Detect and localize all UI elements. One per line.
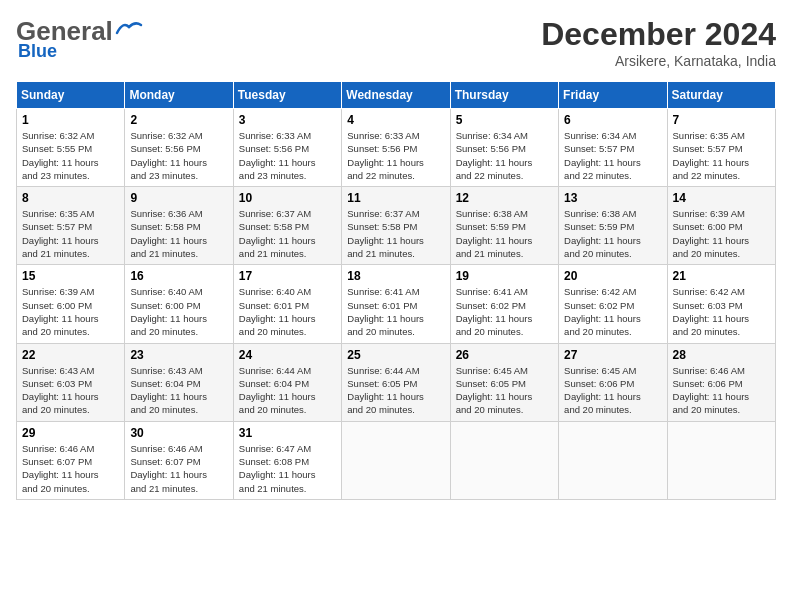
calendar-cell: 22Sunrise: 6:43 AM Sunset: 6:03 PM Dayli… (17, 343, 125, 421)
location: Arsikere, Karnataka, India (541, 53, 776, 69)
day-number: 24 (239, 348, 336, 362)
day-number: 22 (22, 348, 119, 362)
calendar-cell: 30Sunrise: 6:46 AM Sunset: 6:07 PM Dayli… (125, 421, 233, 499)
weekday-header-row: SundayMondayTuesdayWednesdayThursdayFrid… (17, 82, 776, 109)
day-info: Sunrise: 6:32 AM Sunset: 5:55 PM Dayligh… (22, 129, 119, 182)
calendar-cell: 9Sunrise: 6:36 AM Sunset: 5:58 PM Daylig… (125, 187, 233, 265)
day-info: Sunrise: 6:43 AM Sunset: 6:03 PM Dayligh… (22, 364, 119, 417)
day-number: 17 (239, 269, 336, 283)
day-number: 11 (347, 191, 444, 205)
weekday-sunday: Sunday (17, 82, 125, 109)
calendar-cell: 6Sunrise: 6:34 AM Sunset: 5:57 PM Daylig… (559, 109, 667, 187)
calendar-cell: 8Sunrise: 6:35 AM Sunset: 5:57 PM Daylig… (17, 187, 125, 265)
day-number: 30 (130, 426, 227, 440)
weekday-friday: Friday (559, 82, 667, 109)
day-info: Sunrise: 6:46 AM Sunset: 6:07 PM Dayligh… (130, 442, 227, 495)
day-number: 12 (456, 191, 553, 205)
weekday-wednesday: Wednesday (342, 82, 450, 109)
calendar-cell: 26Sunrise: 6:45 AM Sunset: 6:05 PM Dayli… (450, 343, 558, 421)
day-info: Sunrise: 6:44 AM Sunset: 6:04 PM Dayligh… (239, 364, 336, 417)
day-number: 26 (456, 348, 553, 362)
day-number: 6 (564, 113, 661, 127)
day-info: Sunrise: 6:46 AM Sunset: 6:07 PM Dayligh… (22, 442, 119, 495)
calendar-cell: 17Sunrise: 6:40 AM Sunset: 6:01 PM Dayli… (233, 265, 341, 343)
calendar-cell: 25Sunrise: 6:44 AM Sunset: 6:05 PM Dayli… (342, 343, 450, 421)
day-number: 8 (22, 191, 119, 205)
day-number: 21 (673, 269, 770, 283)
day-info: Sunrise: 6:35 AM Sunset: 5:57 PM Dayligh… (673, 129, 770, 182)
day-info: Sunrise: 6:35 AM Sunset: 5:57 PM Dayligh… (22, 207, 119, 260)
day-info: Sunrise: 6:40 AM Sunset: 6:01 PM Dayligh… (239, 285, 336, 338)
day-number: 23 (130, 348, 227, 362)
calendar-cell (667, 421, 775, 499)
day-info: Sunrise: 6:36 AM Sunset: 5:58 PM Dayligh… (130, 207, 227, 260)
calendar-cell (450, 421, 558, 499)
calendar-cell: 27Sunrise: 6:45 AM Sunset: 6:06 PM Dayli… (559, 343, 667, 421)
day-number: 19 (456, 269, 553, 283)
day-info: Sunrise: 6:39 AM Sunset: 6:00 PM Dayligh… (673, 207, 770, 260)
day-info: Sunrise: 6:38 AM Sunset: 5:59 PM Dayligh… (456, 207, 553, 260)
day-number: 7 (673, 113, 770, 127)
day-info: Sunrise: 6:42 AM Sunset: 6:02 PM Dayligh… (564, 285, 661, 338)
calendar-cell: 15Sunrise: 6:39 AM Sunset: 6:00 PM Dayli… (17, 265, 125, 343)
logo-bird-icon (115, 19, 143, 37)
calendar-cell: 12Sunrise: 6:38 AM Sunset: 5:59 PM Dayli… (450, 187, 558, 265)
calendar-cell (342, 421, 450, 499)
calendar-cell: 16Sunrise: 6:40 AM Sunset: 6:00 PM Dayli… (125, 265, 233, 343)
calendar-week-3: 15Sunrise: 6:39 AM Sunset: 6:00 PM Dayli… (17, 265, 776, 343)
day-number: 14 (673, 191, 770, 205)
title-block: December 2024 Arsikere, Karnataka, India (541, 16, 776, 69)
logo: General Blue (16, 16, 143, 62)
calendar-table: SundayMondayTuesdayWednesdayThursdayFrid… (16, 81, 776, 500)
weekday-thursday: Thursday (450, 82, 558, 109)
logo-blue: Blue (18, 41, 57, 62)
calendar-cell: 19Sunrise: 6:41 AM Sunset: 6:02 PM Dayli… (450, 265, 558, 343)
weekday-saturday: Saturday (667, 82, 775, 109)
weekday-tuesday: Tuesday (233, 82, 341, 109)
calendar-cell: 14Sunrise: 6:39 AM Sunset: 6:00 PM Dayli… (667, 187, 775, 265)
day-info: Sunrise: 6:44 AM Sunset: 6:05 PM Dayligh… (347, 364, 444, 417)
calendar-cell: 21Sunrise: 6:42 AM Sunset: 6:03 PM Dayli… (667, 265, 775, 343)
day-info: Sunrise: 6:33 AM Sunset: 5:56 PM Dayligh… (239, 129, 336, 182)
day-info: Sunrise: 6:42 AM Sunset: 6:03 PM Dayligh… (673, 285, 770, 338)
day-info: Sunrise: 6:41 AM Sunset: 6:02 PM Dayligh… (456, 285, 553, 338)
day-number: 20 (564, 269, 661, 283)
calendar-cell (559, 421, 667, 499)
day-number: 10 (239, 191, 336, 205)
day-info: Sunrise: 6:43 AM Sunset: 6:04 PM Dayligh… (130, 364, 227, 417)
day-info: Sunrise: 6:34 AM Sunset: 5:56 PM Dayligh… (456, 129, 553, 182)
day-info: Sunrise: 6:39 AM Sunset: 6:00 PM Dayligh… (22, 285, 119, 338)
day-number: 16 (130, 269, 227, 283)
calendar-week-4: 22Sunrise: 6:43 AM Sunset: 6:03 PM Dayli… (17, 343, 776, 421)
day-info: Sunrise: 6:40 AM Sunset: 6:00 PM Dayligh… (130, 285, 227, 338)
calendar-cell: 13Sunrise: 6:38 AM Sunset: 5:59 PM Dayli… (559, 187, 667, 265)
day-number: 31 (239, 426, 336, 440)
day-number: 28 (673, 348, 770, 362)
day-info: Sunrise: 6:37 AM Sunset: 5:58 PM Dayligh… (347, 207, 444, 260)
calendar-cell: 3Sunrise: 6:33 AM Sunset: 5:56 PM Daylig… (233, 109, 341, 187)
day-number: 18 (347, 269, 444, 283)
month-title: December 2024 (541, 16, 776, 53)
day-info: Sunrise: 6:41 AM Sunset: 6:01 PM Dayligh… (347, 285, 444, 338)
calendar-cell: 23Sunrise: 6:43 AM Sunset: 6:04 PM Dayli… (125, 343, 233, 421)
calendar-cell: 11Sunrise: 6:37 AM Sunset: 5:58 PM Dayli… (342, 187, 450, 265)
day-info: Sunrise: 6:33 AM Sunset: 5:56 PM Dayligh… (347, 129, 444, 182)
day-number: 5 (456, 113, 553, 127)
calendar-cell: 4Sunrise: 6:33 AM Sunset: 5:56 PM Daylig… (342, 109, 450, 187)
day-info: Sunrise: 6:45 AM Sunset: 6:06 PM Dayligh… (564, 364, 661, 417)
calendar-week-1: 1Sunrise: 6:32 AM Sunset: 5:55 PM Daylig… (17, 109, 776, 187)
day-info: Sunrise: 6:34 AM Sunset: 5:57 PM Dayligh… (564, 129, 661, 182)
day-number: 15 (22, 269, 119, 283)
calendar-cell: 7Sunrise: 6:35 AM Sunset: 5:57 PM Daylig… (667, 109, 775, 187)
calendar-cell: 5Sunrise: 6:34 AM Sunset: 5:56 PM Daylig… (450, 109, 558, 187)
calendar-cell: 29Sunrise: 6:46 AM Sunset: 6:07 PM Dayli… (17, 421, 125, 499)
day-number: 9 (130, 191, 227, 205)
calendar-cell: 2Sunrise: 6:32 AM Sunset: 5:56 PM Daylig… (125, 109, 233, 187)
calendar-cell: 18Sunrise: 6:41 AM Sunset: 6:01 PM Dayli… (342, 265, 450, 343)
day-number: 13 (564, 191, 661, 205)
calendar-cell: 28Sunrise: 6:46 AM Sunset: 6:06 PM Dayli… (667, 343, 775, 421)
day-info: Sunrise: 6:32 AM Sunset: 5:56 PM Dayligh… (130, 129, 227, 182)
day-number: 3 (239, 113, 336, 127)
day-info: Sunrise: 6:37 AM Sunset: 5:58 PM Dayligh… (239, 207, 336, 260)
calendar-cell: 10Sunrise: 6:37 AM Sunset: 5:58 PM Dayli… (233, 187, 341, 265)
